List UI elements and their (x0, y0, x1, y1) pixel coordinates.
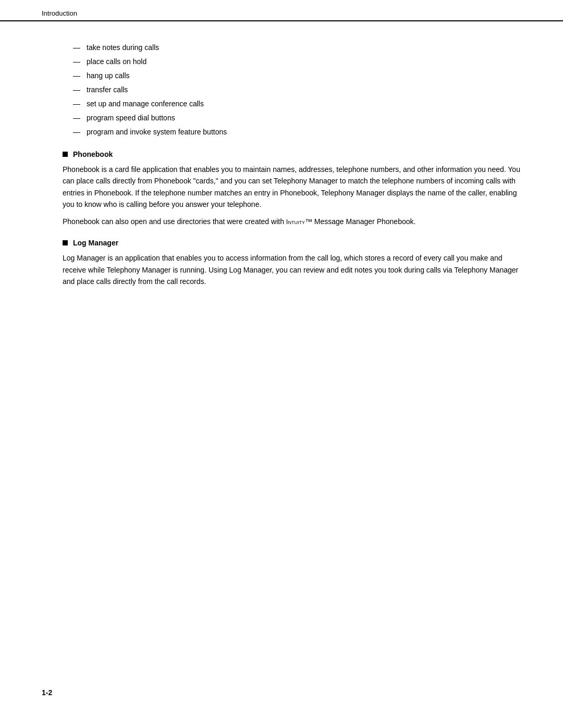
page-content: —take notes during calls—place calls on … (0, 21, 563, 326)
header-title: Introduction (42, 9, 77, 17)
log-manager-body: Log Manager is an application that enabl… (63, 252, 521, 287)
bullet-item: —program and invoke system feature butto… (73, 127, 521, 138)
phonebook-paragraph-2: Phonebook can also open and use director… (63, 216, 521, 228)
dash-icon: — (73, 70, 82, 81)
phonebook-paragraph-1: Phonebook is a card file application tha… (63, 164, 521, 211)
phonebook-title: Phonebook (73, 150, 113, 158)
page-header: Introduction (0, 0, 563, 21)
dash-icon: — (73, 98, 82, 109)
bullet-item: —transfer calls (73, 84, 521, 95)
bullet-item: —take notes during calls (73, 42, 521, 53)
log-manager-bullet-icon (63, 240, 68, 245)
bullet-text: take notes during calls (87, 42, 159, 53)
bullet-item: —program speed dial buttons (73, 113, 521, 124)
log-manager-title: Log Manager (73, 239, 118, 247)
bullet-list: —take notes during calls—place calls on … (73, 42, 521, 138)
bullet-text: transfer calls (87, 84, 128, 95)
bullet-item: —set up and manage conference calls (73, 98, 521, 109)
bullet-item: —place calls on hold (73, 56, 521, 67)
phonebook-header: Phonebook (63, 150, 521, 158)
dash-icon: — (73, 84, 82, 95)
intuity-smallcaps: Intuity (286, 218, 305, 226)
dash-icon: — (73, 42, 82, 53)
dash-icon: — (73, 56, 82, 67)
bullet-text: hang up calls (87, 70, 130, 81)
log-manager-header: Log Manager (63, 239, 521, 247)
phonebook-section: Phonebook Phonebook is a card file appli… (42, 150, 521, 227)
bullet-text: program speed dial buttons (87, 113, 175, 124)
bullet-text: program and invoke system feature button… (87, 127, 227, 138)
bullet-item: —hang up calls (73, 70, 521, 81)
page: Introduction —take notes during calls—pl… (0, 0, 563, 728)
bullet-text: place calls on hold (87, 56, 146, 67)
log-manager-paragraph-1: Log Manager is an application that enabl… (63, 252, 521, 287)
log-manager-section: Log Manager Log Manager is an applicatio… (42, 239, 521, 287)
bullet-text: set up and manage conference calls (87, 98, 204, 109)
page-number: 1-2 (42, 688, 52, 697)
dash-icon: — (73, 113, 82, 124)
phonebook-body: Phonebook is a card file application tha… (63, 164, 521, 227)
phonebook-bullet-icon (63, 152, 68, 157)
dash-icon: — (73, 127, 82, 138)
